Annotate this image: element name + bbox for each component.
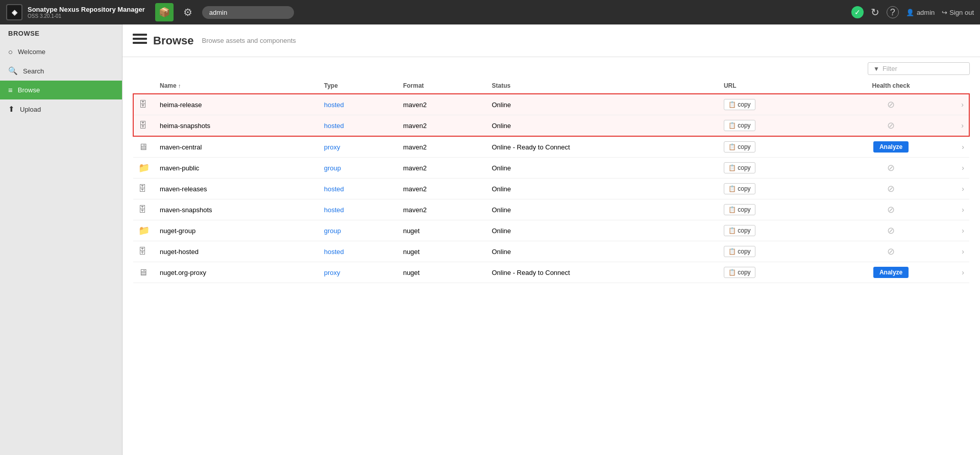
signout-label: Sign out [949, 9, 974, 16]
row-health-check: ⊘ [828, 241, 954, 262]
packages-nav-button[interactable]: 📦 [155, 3, 174, 21]
nav-right: ✓ ↻ ? 👤 admin ↪ Sign out [851, 6, 974, 18]
upload-icon: ⬆ [8, 105, 15, 114]
row-type: proxy [319, 262, 398, 283]
row-status: Online [486, 158, 718, 179]
row-name[interactable]: heima-snapshots [155, 115, 319, 137]
table-row[interactable]: 📁nuget-groupgroupnugetOnline📋 copy⊘› [133, 220, 969, 241]
brand-text: Sonatype Nexus Repository Manager OSS 3.… [28, 6, 145, 19]
filter-input[interactable] [883, 65, 964, 72]
row-url: 📋 copy [719, 179, 828, 199]
row-chevron[interactable]: › [954, 262, 969, 283]
sidebar-item-label-browse: Browse [18, 86, 40, 94]
row-chevron[interactable]: › [954, 158, 969, 179]
help-button[interactable]: ? [887, 6, 899, 18]
row-format: maven2 [398, 115, 487, 137]
browse-icon: ≡ [8, 86, 13, 94]
row-health-check: ⊘ [828, 115, 954, 137]
welcome-icon: ○ [8, 47, 13, 56]
copy-url-button[interactable]: 📋 copy [724, 225, 755, 236]
row-type: group [319, 158, 398, 179]
settings-nav-button[interactable]: ⚙ [179, 3, 197, 21]
row-name[interactable]: nuget-hosted [155, 241, 319, 262]
sidebar-item-search[interactable]: 🔍 Search [0, 61, 122, 81]
health-disabled-icon: ⊘ [887, 184, 895, 194]
col-chevron [954, 78, 969, 94]
search-input[interactable] [202, 6, 294, 19]
sidebar: Browse ○ Welcome 🔍 Search ≡ Browse ⬆ Upl… [0, 24, 122, 455]
sidebar-item-upload[interactable]: ⬆ Upload [0, 99, 122, 119]
sidebar-item-welcome[interactable]: ○ Welcome [0, 42, 122, 61]
row-icon-cell: 🖥 [133, 136, 155, 158]
table-row[interactable]: 🗄heima-snapshotshostedmaven2Online📋 copy… [133, 115, 969, 137]
analyze-button[interactable]: Analyze [873, 267, 909, 278]
search-icon: 🔍 [8, 66, 18, 75]
table-row[interactable]: 🗄heima-releasehostedmaven2Online📋 copy⊘› [133, 94, 969, 115]
table-row[interactable]: 🗄nuget-hostedhostednugetOnline📋 copy⊘› [133, 241, 969, 262]
health-disabled-icon: ⊘ [887, 120, 895, 131]
row-status: Online [486, 94, 718, 115]
row-chevron[interactable]: › [954, 94, 969, 115]
table-row[interactable]: 🖥maven-centralproxymaven2Online - Ready … [133, 136, 969, 158]
sign-out-button[interactable]: ↪ Sign out [942, 9, 974, 16]
row-name[interactable]: heima-release [155, 94, 319, 115]
row-name[interactable]: maven-releases [155, 179, 319, 199]
row-health-check: ⊘ [828, 179, 954, 199]
table-body: 🗄heima-releasehostedmaven2Online📋 copy⊘›… [133, 94, 969, 283]
system-status-indicator: ✓ [851, 6, 864, 18]
row-url: 📋 copy [719, 241, 828, 262]
group-icon: 📁 [138, 225, 150, 236]
row-chevron[interactable]: › [954, 136, 969, 158]
copy-url-button[interactable]: 📋 copy [724, 183, 755, 194]
copy-url-button[interactable]: 📋 copy [724, 141, 755, 153]
row-url: 📋 copy [719, 199, 828, 220]
row-chevron[interactable]: › [954, 199, 969, 220]
row-format: nuget [398, 241, 487, 262]
sidebar-section-title: Browse [0, 24, 122, 42]
row-icon-cell: 🗄 [133, 241, 155, 262]
sidebar-item-label-welcome: Welcome [18, 48, 45, 56]
row-chevron[interactable]: › [954, 241, 969, 262]
copy-url-button[interactable]: 📋 copy [724, 246, 755, 257]
refresh-button[interactable]: ↻ [871, 6, 879, 18]
row-name[interactable]: maven-snapshots [155, 199, 319, 220]
row-chevron[interactable]: › [954, 179, 969, 199]
svg-rect-1 [133, 38, 147, 40]
table-row[interactable]: 🖥nuget.org-proxyproxynugetOnline - Ready… [133, 262, 969, 283]
row-status: Online - Ready to Connect [486, 136, 718, 158]
copy-url-button[interactable]: 📋 copy [724, 99, 755, 110]
row-name[interactable]: nuget.org-proxy [155, 262, 319, 283]
row-name[interactable]: maven-central [155, 136, 319, 158]
row-health-check: ⊘ [828, 158, 954, 179]
col-name[interactable]: Name ↑ [155, 78, 319, 94]
row-name[interactable]: maven-public [155, 158, 319, 179]
copy-url-button[interactable]: 📋 copy [724, 120, 755, 131]
copy-url-button[interactable]: 📋 copy [724, 267, 755, 278]
top-navigation: ◈ Sonatype Nexus Repository Manager OSS … [0, 0, 980, 24]
row-type: group [319, 220, 398, 241]
row-url: 📋 copy [719, 158, 828, 179]
col-health: Health check [828, 78, 954, 94]
table-row[interactable]: 🗄maven-releaseshostedmaven2Online📋 copy⊘… [133, 179, 969, 199]
brand-name: Sonatype Nexus Repository Manager [28, 6, 145, 14]
row-chevron[interactable]: › [954, 115, 969, 137]
analyze-button[interactable]: Analyze [873, 141, 909, 153]
row-format: maven2 [398, 179, 487, 199]
filter-wrapper: ▼ [868, 62, 970, 75]
user-info: 👤 admin [906, 9, 935, 16]
copy-url-button[interactable]: 📋 copy [724, 204, 755, 215]
row-name[interactable]: nuget-group [155, 220, 319, 241]
col-status: Status [486, 78, 718, 94]
table-row[interactable]: 🗄maven-snapshotshostedmaven2Online📋 copy… [133, 199, 969, 220]
row-type: hosted [319, 241, 398, 262]
row-icon-cell: 📁 [133, 220, 155, 241]
hosted-icon: 🗄 [138, 184, 146, 193]
user-icon: 👤 [906, 9, 914, 16]
copy-url-button[interactable]: 📋 copy [724, 162, 755, 173]
sidebar-item-browse[interactable]: ≡ Browse [0, 81, 122, 99]
hosted-icon: 🗄 [138, 205, 146, 214]
table-row[interactable]: 📁maven-publicgroupmaven2Online📋 copy⊘› [133, 158, 969, 179]
svg-rect-2 [133, 42, 147, 44]
row-chevron[interactable]: › [954, 220, 969, 241]
page-title: Browse [153, 34, 193, 47]
